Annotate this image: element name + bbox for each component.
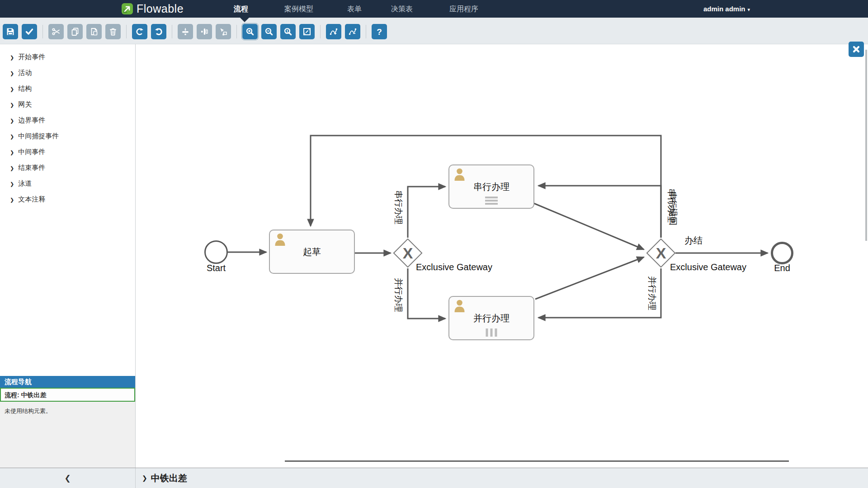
toolbar-separator: [126, 25, 127, 38]
diagram-canvas[interactable]: [136, 44, 868, 468]
palette-group-text-annotation[interactable]: ❯文本注释: [0, 191, 135, 207]
validate-button[interactable]: [22, 24, 37, 39]
nav-tab-processes[interactable]: 流程: [234, 0, 248, 18]
end-event[interactable]: [771, 242, 793, 264]
chevron-right-icon: ❯: [10, 197, 14, 202]
navigator-empty-note: 未使用结构元素。: [0, 402, 135, 421]
chevron-right-icon: ❯: [10, 70, 14, 76]
start-event[interactable]: [204, 240, 228, 264]
palette-group-structure[interactable]: ❯结构: [0, 80, 135, 96]
brand-name: Flowable: [137, 2, 184, 15]
nav-tab-decision-tables[interactable]: 决策表: [391, 0, 413, 18]
copy-button[interactable]: [67, 24, 83, 39]
vertical-scrollbar[interactable]: [865, 50, 867, 241]
nav-tab-apps[interactable]: 应用程序: [449, 0, 478, 18]
align-vertical-button[interactable]: [178, 24, 193, 39]
nav-tab-case-models[interactable]: 案例模型: [284, 0, 313, 18]
save-icon: [6, 27, 15, 36]
paste-icon: [90, 27, 99, 36]
flowable-logo: Flowable: [121, 0, 184, 18]
chevron-right-icon: ❯: [10, 118, 14, 123]
active-tab-pointer: [240, 18, 249, 22]
navigator-current-process[interactable]: 流程: 中铁出差: [0, 388, 135, 402]
user-menu[interactable]: admin admin▾: [703, 0, 750, 18]
close-editor-button[interactable]: [849, 42, 864, 57]
editor-toolbar: 1 ?: [0, 18, 868, 44]
align-vertical-icon: [181, 27, 190, 36]
user-icon: [274, 233, 286, 246]
copy-icon: [71, 27, 80, 36]
remove-bendpoint-button[interactable]: [345, 24, 360, 39]
task-parallel[interactable]: 并行办理: [448, 296, 534, 340]
chevron-right-icon: ❯: [10, 134, 14, 139]
same-size-icon: [219, 27, 228, 36]
palette-group-start-events[interactable]: ❯开始事件: [0, 49, 135, 65]
palette-group-swimlanes[interactable]: ❯泳道: [0, 175, 135, 191]
nav-tab-forms[interactable]: 表单: [347, 0, 362, 18]
cut-button[interactable]: [48, 24, 64, 39]
task-label: 串行办理: [473, 181, 509, 193]
save-button[interactable]: [3, 24, 18, 39]
palette-group-gateways[interactable]: ❯网关: [0, 96, 135, 112]
task-label: 起草: [303, 246, 321, 258]
delete-button[interactable]: [105, 24, 121, 39]
palette-group-activities[interactable]: ❯活动: [0, 65, 135, 80]
trash-icon: [108, 27, 118, 36]
scissors-icon: [52, 27, 61, 36]
paste-button[interactable]: [86, 24, 102, 39]
top-navbar: Flowable 流程 案例模型 表单 决策表 应用程序 admin admin…: [0, 0, 868, 18]
user-icon: [454, 300, 465, 312]
zoom-fit-button[interactable]: [299, 24, 315, 39]
toolbar-separator: [320, 25, 321, 38]
horizontal-scrollbar[interactable]: [285, 460, 789, 462]
undo-icon: [154, 27, 163, 36]
process-navigator-panel: 流程导航 流程: 中铁出差 未使用结构元素。: [0, 376, 135, 468]
svg-text:1: 1: [286, 29, 288, 33]
redo-icon: [135, 27, 144, 36]
task-label: 并行办理: [473, 312, 509, 324]
chevron-right-icon: ❯: [10, 102, 14, 108]
redo-button[interactable]: [132, 24, 147, 39]
palette-group-intermediate-events[interactable]: ❯中间事件: [0, 144, 135, 160]
palette-group-intermediate-catching-events[interactable]: ❯中间捕捉事件: [0, 128, 135, 144]
shape-palette-sidebar: ❯开始事件 ❯活动 ❯结构 ❯网关 ❯边界事件 ❯中间捕捉事件 ❯中间事件 ❯结…: [0, 44, 136, 468]
zoom-out-icon: [264, 27, 274, 36]
palette-group-boundary-events[interactable]: ❯边界事件: [0, 112, 135, 128]
same-size-button[interactable]: [216, 24, 231, 39]
zoom-actual-button[interactable]: 1: [280, 24, 296, 39]
add-bendpoint-button[interactable]: [326, 24, 341, 39]
chevron-right-icon: ❯: [10, 55, 14, 60]
undo-button[interactable]: [151, 24, 166, 39]
zoom-in-icon: [245, 27, 255, 36]
align-horizontal-button[interactable]: [197, 24, 212, 39]
zoom-actual-icon: 1: [283, 27, 292, 36]
help-button[interactable]: ?: [372, 24, 387, 39]
palette-group-list: ❯开始事件 ❯活动 ❯结构 ❯网关 ❯边界事件 ❯中间捕捉事件 ❯中间事件 ❯结…: [0, 44, 135, 207]
task-serial[interactable]: 串行办理: [448, 164, 534, 209]
remove-bendpoint-icon: [348, 27, 357, 36]
flowable-logo-icon: [121, 3, 133, 15]
toolbar-separator: [172, 25, 172, 38]
process-title: 中铁出差: [151, 472, 187, 484]
toolbar-separator: [42, 25, 43, 38]
bottom-bar: ❮ ❯ 中铁出差: [0, 468, 868, 488]
toolbar-separator: [236, 25, 237, 38]
process-title-bar: ❯ 中铁出差: [136, 468, 187, 488]
chevron-right-icon: ❯: [10, 86, 14, 92]
close-icon: [852, 45, 861, 54]
chevron-right-icon: ❯: [142, 474, 147, 482]
zoom-in-button[interactable]: [242, 24, 258, 39]
toolbar-separator: [366, 25, 366, 38]
chevron-right-icon: ❯: [10, 165, 14, 171]
collapse-sidebar-button[interactable]: ❮: [64, 474, 71, 483]
parallel-multi-instance-marker: [486, 328, 497, 337]
task-draft[interactable]: 起草: [269, 230, 355, 274]
help-icon: ?: [377, 28, 382, 36]
zoom-out-button[interactable]: [261, 24, 277, 39]
align-horizontal-icon: [200, 27, 209, 36]
chevron-down-icon: ▾: [748, 7, 750, 12]
palette-group-end-events[interactable]: ❯结束事件: [0, 160, 135, 175]
sidebar-footer: ❮: [0, 468, 136, 488]
user-icon: [454, 168, 465, 181]
navigator-header: 流程导航: [0, 376, 135, 388]
